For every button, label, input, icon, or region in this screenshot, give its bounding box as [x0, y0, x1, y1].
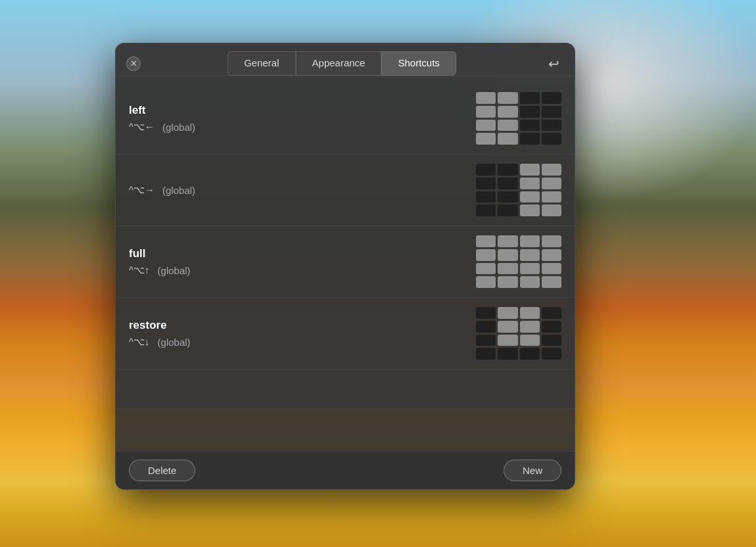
grid-cell [476, 263, 496, 275]
grid-cell [520, 133, 540, 145]
grid-cell [542, 191, 561, 203]
shortcut-scope-right: (global) [162, 185, 195, 196]
grid-cell [498, 276, 517, 288]
tab-general[interactable]: General [227, 51, 295, 76]
grid-cell [520, 204, 540, 216]
grid-cell [498, 235, 517, 247]
back-button[interactable]: ↩ [543, 55, 564, 73]
grid-cell [498, 133, 517, 145]
close-button[interactable]: ✕ [126, 57, 141, 71]
shortcut-info-restore: restore ^⌥↓ (global) [129, 319, 476, 348]
empty-row [116, 369, 575, 409]
shortcut-keys-right: ^⌥→ (global) [129, 184, 476, 196]
tab-appearance[interactable]: Appearance [296, 51, 382, 76]
grid-cell [476, 321, 496, 333]
grid-cell [498, 249, 517, 261]
grid-cell [542, 235, 561, 247]
grid-cell [520, 249, 540, 261]
grid-cell [498, 92, 517, 104]
grid-cell [476, 235, 496, 247]
grid-cell [476, 276, 496, 288]
grid-cell [542, 263, 561, 275]
shortcut-keys-restore: ^⌥↓ (global) [129, 336, 476, 348]
shortcuts-list[interactable]: left ^⌥← (global) [116, 83, 575, 451]
shortcut-name-full: full [129, 247, 476, 260]
grid-cell [498, 120, 517, 131]
content-area: left ^⌥← (global) [116, 83, 575, 451]
grid-cell [542, 120, 561, 131]
grid-cell [520, 92, 540, 104]
grid-cell [542, 335, 561, 346]
grid-cell [476, 307, 496, 319]
grid-cell [542, 106, 561, 118]
grid-cell [498, 263, 517, 275]
shortcut-info-right: ^⌥→ (global) [129, 184, 476, 196]
shortcut-key-combo-left: ^⌥← [129, 121, 154, 133]
grid-cell [476, 348, 496, 360]
grid-cell [476, 120, 496, 131]
shortcut-row-left[interactable]: left ^⌥← (global) [116, 83, 575, 155]
grid-cell [542, 92, 561, 104]
grid-cell [520, 263, 540, 275]
shortcut-keys-full: ^⌥↑ (global) [129, 264, 476, 276]
grid-preview-left [476, 92, 561, 145]
grid-cell [520, 178, 540, 189]
grid-cell [542, 178, 561, 189]
grid-cell [520, 191, 540, 203]
bottom-bar: Delete New [116, 451, 575, 489]
shortcut-scope-left: (global) [162, 122, 195, 133]
grid-cell [476, 191, 496, 203]
grid-cell [476, 164, 496, 176]
grid-cell [476, 249, 496, 261]
shortcut-info-left: left ^⌥← (global) [129, 104, 476, 133]
tab-group: General Appearance Shortcuts [151, 51, 532, 76]
grid-cell [520, 235, 540, 247]
grid-preview-full [476, 235, 561, 288]
shortcut-keys-left: ^⌥← (global) [129, 121, 476, 133]
shortcut-key-combo-right: ^⌥→ [129, 184, 154, 196]
grid-cell [498, 106, 517, 118]
grid-preview-restore [476, 307, 561, 360]
grid-cell [520, 120, 540, 131]
grid-cell [520, 307, 540, 319]
new-button[interactable]: New [504, 460, 561, 481]
grid-cell [542, 204, 561, 216]
grid-cell [520, 321, 540, 333]
shortcut-scope-full: (global) [158, 265, 191, 276]
grid-cell [498, 191, 517, 203]
shortcut-row-right[interactable]: ^⌥→ (global) [116, 155, 575, 226]
shortcut-row-full[interactable]: full ^⌥↑ (global) [116, 226, 575, 298]
settings-dialog: ✕ General Appearance Shortcuts ↩ left ^⌥… [115, 43, 575, 490]
grid-cell [498, 348, 517, 360]
grid-cell [520, 348, 540, 360]
shortcut-info-full: full ^⌥↑ (global) [129, 247, 476, 276]
grid-cell [542, 348, 561, 360]
grid-cell [542, 164, 561, 176]
shortcut-key-combo-restore: ^⌥↓ [129, 336, 150, 348]
grid-cell [498, 178, 517, 189]
grid-cell [498, 335, 517, 346]
shortcut-scope-restore: (global) [158, 337, 191, 348]
grid-cell [542, 133, 561, 145]
delete-button[interactable]: Delete [129, 460, 195, 481]
grid-cell [498, 321, 517, 333]
grid-cell [498, 307, 517, 319]
shortcut-name-left: left [129, 104, 476, 117]
grid-cell [498, 204, 517, 216]
grid-cell [520, 106, 540, 118]
grid-cell [476, 106, 496, 118]
grid-cell [542, 249, 561, 261]
grid-cell [542, 321, 561, 333]
grid-cell [542, 276, 561, 288]
grid-cell [542, 307, 561, 319]
tab-shortcuts[interactable]: Shortcuts [381, 51, 456, 76]
shortcut-row-restore[interactable]: restore ^⌥↓ (global) [116, 298, 575, 369]
grid-cell [476, 204, 496, 216]
grid-cell [520, 276, 540, 288]
grid-cell [476, 133, 496, 145]
title-bar: ✕ General Appearance Shortcuts ↩ [116, 43, 575, 76]
grid-cell [476, 178, 496, 189]
shortcut-name-restore: restore [129, 319, 476, 332]
grid-cell [476, 92, 496, 104]
grid-preview-right [476, 164, 561, 216]
